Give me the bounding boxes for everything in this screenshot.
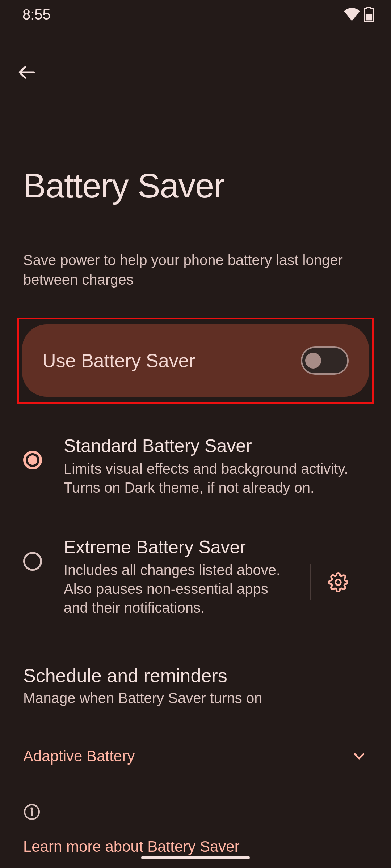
option-standard-battery-saver[interactable]: Standard Battery Saver Limits visual eff…: [0, 435, 391, 497]
schedule-title: Schedule and reminders: [23, 665, 368, 686]
status-bar: 8:55: [0, 0, 391, 29]
status-time: 8:55: [22, 7, 51, 23]
option-desc: Limits visual effects and background act…: [64, 459, 368, 497]
svg-point-2: [336, 580, 341, 585]
learn-more-link[interactable]: Learn more about Battery Saver: [23, 838, 240, 855]
toggle-label: Use Battery Saver: [42, 350, 195, 371]
switch-thumb: [305, 353, 321, 369]
info-icon: [23, 803, 41, 821]
expander-label: Adaptive Battery: [23, 748, 135, 765]
svg-rect-0: [366, 14, 372, 20]
nav-handle[interactable]: [141, 856, 250, 859]
radio-selected-icon[interactable]: [23, 451, 42, 469]
highlight-box: Use Battery Saver: [17, 318, 374, 404]
status-icons: [344, 7, 374, 22]
switch-off[interactable]: [301, 346, 349, 375]
wifi-icon: [344, 8, 360, 21]
page-subtitle: Save power to help your phone battery la…: [0, 205, 391, 289]
back-arrow-icon[interactable]: [17, 63, 36, 82]
schedule-and-reminders[interactable]: Schedule and reminders Manage when Batte…: [0, 617, 391, 706]
battery-icon: [364, 7, 374, 22]
option-title: Extreme Battery Saver: [64, 537, 288, 558]
option-extreme-battery-saver[interactable]: Extreme Battery Saver Includes all chang…: [0, 537, 391, 617]
chevron-down-icon: [350, 748, 368, 765]
radio-unselected-icon[interactable]: [23, 552, 42, 571]
schedule-desc: Manage when Battery Saver turns on: [23, 690, 368, 706]
option-desc: Includes all changes listed above. Also …: [64, 561, 288, 617]
adaptive-battery-expander[interactable]: Adaptive Battery: [0, 706, 391, 765]
option-title: Standard Battery Saver: [64, 435, 368, 456]
divider: [310, 564, 311, 600]
svg-point-5: [31, 808, 32, 809]
gear-icon[interactable]: [328, 572, 348, 592]
page-title: Battery Saver: [23, 166, 368, 205]
use-battery-saver-toggle[interactable]: Use Battery Saver: [22, 324, 369, 397]
